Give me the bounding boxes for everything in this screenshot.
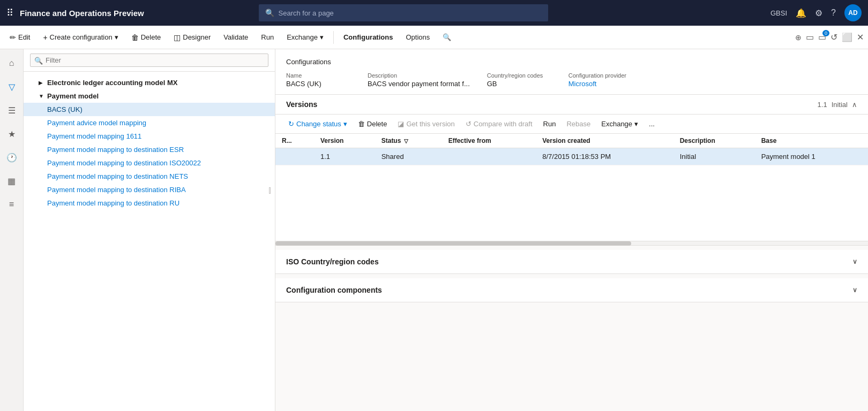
exchange-button[interactable]: Exchange ▾ [281, 31, 329, 43]
iso-section-toggle-icon: ∨ [852, 258, 857, 265]
edit-button[interactable]: ✏ Edit [4, 31, 35, 44]
compare-label: Compare with draft [474, 120, 533, 128]
get-this-version-button[interactable]: ◪ Get this version [393, 118, 459, 130]
change-status-arrow: ▾ [343, 120, 347, 128]
versions-toolbar: ↻ Change status ▾ 🗑 Delete ◪ Get this ve… [275, 115, 868, 134]
run-version-label: Run [543, 120, 556, 128]
compare-with-draft-button[interactable]: ↺ Compare with draft [461, 118, 537, 130]
tree-item-label-ru: Payment model mapping to destination RU [47, 199, 179, 207]
designer-button[interactable]: ◫ Designer [168, 31, 216, 44]
config-field-value-provider[interactable]: Microsoft [568, 80, 633, 88]
versions-section-header: Versions 1.1 Initial ∧ [275, 95, 868, 115]
tree-item-payment-esr[interactable]: Payment model mapping to destination ESR [24, 143, 275, 156]
delete-version-button[interactable]: 🗑 Delete [354, 118, 392, 130]
compare-icon: ↺ [466, 120, 472, 128]
gear-icon[interactable]: ⚙ [815, 8, 822, 18]
validate-button[interactable]: Validate [218, 31, 253, 43]
apps-icon[interactable]: ⠿ [6, 7, 13, 19]
delete-version-label: Delete [367, 120, 387, 128]
table-row[interactable]: 1.1 Shared 8/7/2015 01:18:53 PM Initial … [275, 148, 868, 165]
designer-icon: ◫ [174, 33, 181, 42]
config-field-label-provider: Configuration provider [568, 72, 633, 79]
rebase-button[interactable]: Rebase [562, 118, 595, 130]
tree-item-payment-advice[interactable]: Payment advice model mapping [24, 116, 275, 130]
search-bar[interactable]: 🔍 Search for a page [259, 4, 548, 21]
options-tab[interactable]: Options [400, 31, 435, 43]
tree-item-payment-riba[interactable]: Payment model mapping to destination RIB… [24, 183, 275, 196]
tree-filter-wrap: 🔍 [30, 54, 268, 67]
cell-base[interactable]: Payment model 1 [755, 148, 868, 165]
pin-icon[interactable]: ⊕ [795, 33, 802, 42]
main-layout: ⌂ ▽ ☰ ★ 🕐 ▦ ≡ 🔍 ▶ Electronic ledger acco… [0, 49, 868, 411]
tree-item-label-riba: Payment model mapping to destination RIB… [47, 186, 186, 194]
toolbar-search-icon: 🔍 [443, 33, 451, 41]
iso-section: ISO Country/region codes ∨ [275, 250, 868, 274]
refresh-icon[interactable]: ↺ [830, 32, 837, 42]
content-panel: Configurations Name BACS (UK) Descriptio… [275, 49, 868, 411]
cell-version-created: 8/7/2015 01:18:53 PM [536, 148, 673, 165]
config-components-title: Configuration components [286, 286, 382, 294]
tree-item-payment-model-1611[interactable]: Payment model mapping 1611 [24, 130, 275, 143]
toolbar-search-btn[interactable]: 🔍 [437, 31, 457, 43]
sidebar-item-list[interactable]: ≡ [2, 195, 21, 214]
col-header-version: Version [314, 134, 375, 148]
app-title: Finance and Operations Preview [20, 9, 144, 18]
collapse-versions-icon[interactable]: ∧ [852, 101, 857, 109]
versions-section: Versions 1.1 Initial ∧ ↻ Change status ▾… [275, 95, 868, 246]
exchange-version-label: Exchange [601, 120, 632, 128]
change-status-button[interactable]: ↻ Change status ▾ [284, 118, 351, 130]
designer-label: Designer [183, 33, 211, 41]
avatar[interactable]: AD [844, 4, 862, 21]
tree-item-electronic-ledger[interactable]: ▶ Electronic ledger accounting model MX [24, 76, 275, 89]
delete-button[interactable]: 🗑 Delete [126, 31, 167, 44]
tree-item-payment-model[interactable]: ▼ Payment model [24, 89, 275, 103]
sidebar-item-lines[interactable]: ☰ [2, 101, 21, 120]
filter-input[interactable] [30, 54, 268, 67]
exchange-version-button[interactable]: Exchange ▾ [597, 118, 642, 130]
cell-status: Shared [375, 148, 442, 165]
sidebar-item-filter[interactable]: ▽ [2, 77, 21, 96]
tree-item-payment-ru[interactable]: Payment model mapping to destination RU [24, 196, 275, 210]
config-section-title: Configurations [286, 58, 857, 66]
sidebar-item-grid[interactable]: ▦ [2, 171, 21, 191]
panel-icon[interactable]: ▭ [806, 32, 814, 42]
tree-item-label-payment-model: Payment model [47, 92, 99, 100]
config-field-provider: Configuration provider Microsoft [568, 72, 633, 88]
badge-icon[interactable]: ▭ 0 [818, 32, 826, 42]
tree-item-label-bacs-uk: BACS (UK) [47, 105, 83, 113]
sidebar-item-star[interactable]: ★ [2, 124, 21, 143]
horizontal-scrollbar-thumb [275, 241, 631, 246]
toolbar-right-icons: ⊕ ▭ ▭ 0 ↺ ⬜ ✕ [795, 32, 864, 42]
top-nav-bar: ⠿ Finance and Operations Preview 🔍 Searc… [0, 0, 868, 26]
tree-item-payment-iso20022[interactable]: Payment model mapping to destination ISO… [24, 156, 275, 170]
close-icon[interactable]: ✕ [857, 32, 864, 42]
horizontal-scrollbar[interactable] [275, 241, 868, 245]
nav-icons: GBSI 🔔 ⚙ ? AD [770, 4, 862, 21]
run-version-button[interactable]: Run [539, 118, 560, 130]
tree-content: ▶ Electronic ledger accounting model MX … [24, 72, 275, 411]
config-field-country: Country/region codes GB [487, 72, 551, 88]
tree-item-payment-nets[interactable]: Payment model mapping to destination NET… [24, 170, 275, 183]
change-status-icon: ↻ [288, 120, 294, 128]
run-button[interactable]: Run [256, 31, 279, 43]
tree-item-bacs-uk[interactable]: BACS (UK) [24, 103, 275, 116]
maximize-icon[interactable]: ⬜ [842, 32, 852, 42]
status-filter-icon[interactable]: ▽ [404, 138, 408, 144]
help-icon[interactable]: ? [831, 8, 836, 18]
bell-icon[interactable]: 🔔 [796, 8, 806, 18]
plus-icon: + [43, 33, 47, 42]
tree-panel: 🔍 ▶ Electronic ledger accounting model M… [24, 49, 275, 411]
delete-icon: 🗑 [131, 33, 139, 42]
config-components-header[interactable]: Configuration components ∨ [275, 278, 868, 302]
more-button[interactable]: ... [645, 118, 659, 130]
col-header-base: Base [755, 134, 868, 148]
iso-section-header[interactable]: ISO Country/region codes ∨ [275, 250, 868, 273]
delete-version-icon: 🗑 [358, 120, 365, 128]
sidebar-item-home[interactable]: ⌂ [2, 54, 21, 73]
create-config-label: Create configuration [50, 33, 113, 41]
sidebar-item-clock[interactable]: 🕐 [2, 148, 21, 167]
configurations-tab[interactable]: Configurations [338, 31, 398, 43]
versions-table-header-row: R... Version Status ▽ Effective from Ver… [275, 134, 868, 148]
create-config-button[interactable]: + Create configuration ▾ [38, 31, 123, 44]
collapse-icon-electronic: ▶ [39, 80, 45, 86]
